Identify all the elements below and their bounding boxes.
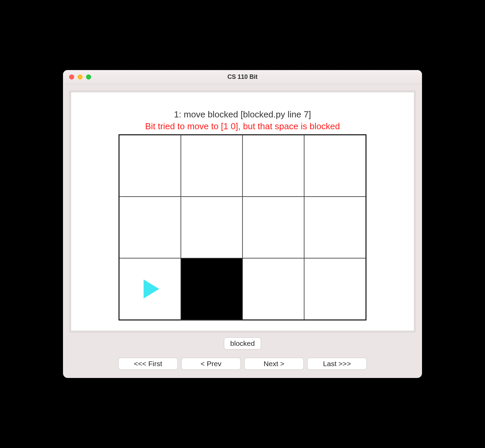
canvas-frame: 1: move blocked [blocked.py line 7] Bit … xyxy=(69,90,416,333)
grid-cell xyxy=(119,197,181,258)
next-button[interactable]: Next > xyxy=(244,358,304,370)
window-content: 1: move blocked [blocked.py line 7] Bit … xyxy=(63,84,422,378)
last-button[interactable]: Last >>> xyxy=(307,358,367,370)
grid-cell-bit xyxy=(119,258,181,320)
app-window: CS 110 Bit 1: move blocked [blocked.py l… xyxy=(63,70,422,378)
canvas-area: 1: move blocked [blocked.py line 7] Bit … xyxy=(71,92,414,331)
minimize-icon[interactable] xyxy=(78,74,83,80)
prev-button[interactable]: < Prev xyxy=(181,358,241,370)
grid-cell xyxy=(242,197,304,258)
first-button[interactable]: <<< First xyxy=(118,358,178,370)
grid-cell xyxy=(181,135,242,197)
scenario-button[interactable]: blocked xyxy=(224,337,261,350)
scenario-row: blocked xyxy=(69,337,416,350)
grid-cell xyxy=(304,258,366,320)
error-line: Bit tried to move to [1 0], but that spa… xyxy=(145,121,340,132)
bit-arrow-icon xyxy=(144,279,159,298)
traffic-lights xyxy=(63,74,91,80)
titlebar: CS 110 Bit xyxy=(63,70,422,84)
grid-cell-blocked xyxy=(181,258,242,320)
grid-cell xyxy=(304,197,366,258)
grid-cell xyxy=(242,135,304,197)
bit-grid xyxy=(119,134,366,320)
grid-cell xyxy=(242,258,304,320)
grid-cell xyxy=(181,197,242,258)
nav-row: <<< First < Prev Next > Last >>> xyxy=(69,358,416,370)
close-icon[interactable] xyxy=(69,74,74,80)
maximize-icon[interactable] xyxy=(86,74,91,80)
window-title: CS 110 Bit xyxy=(63,73,422,81)
grid-cell xyxy=(304,135,366,197)
grid-cell xyxy=(119,135,181,197)
status-line: 1: move blocked [blocked.py line 7] xyxy=(174,109,311,120)
